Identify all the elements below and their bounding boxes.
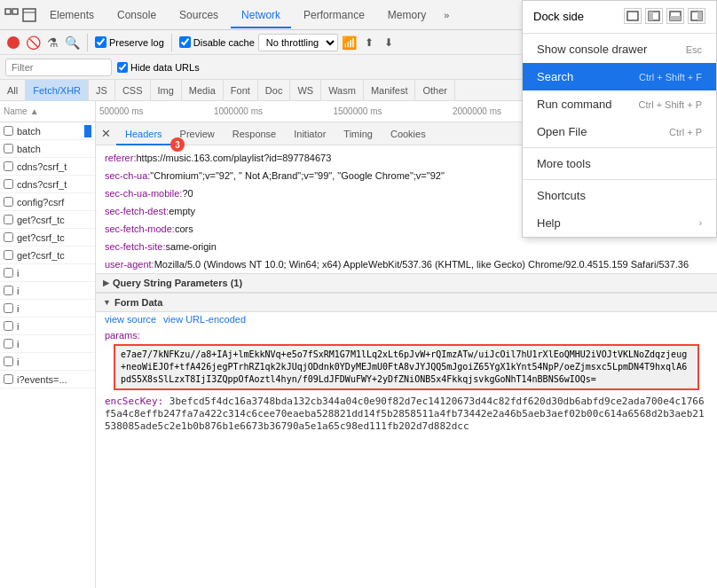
menu-help[interactable]: Help › bbox=[523, 209, 716, 237]
req-checkbox[interactable] bbox=[4, 250, 13, 260]
req-checkbox[interactable] bbox=[4, 357, 13, 366]
inspect-icon[interactable] bbox=[21, 7, 37, 23]
request-item-i-3[interactable]: i bbox=[0, 300, 95, 318]
dock-right-icon[interactable] bbox=[688, 8, 705, 24]
query-string-section[interactable]: ▶ Query String Parameters (1) bbox=[96, 273, 717, 293]
type-all[interactable]: All bbox=[0, 80, 26, 101]
record-button[interactable] bbox=[7, 36, 20, 49]
menu-more-tools[interactable]: More tools bbox=[523, 150, 716, 177]
request-item-i-2[interactable]: i bbox=[0, 282, 95, 300]
params-value: e7ae7/7kNFKzu//a8+IAj+lmEkkNVq+e5o7fSxRM… bbox=[114, 344, 699, 390]
dock-side-label: Dock side bbox=[533, 10, 584, 23]
req-checkbox[interactable] bbox=[4, 161, 13, 171]
query-string-label: Query String Parameters (1) bbox=[113, 278, 242, 288]
tab-sources[interactable]: Sources bbox=[169, 2, 229, 28]
open-file-label: Open File bbox=[537, 125, 587, 138]
request-item-get-1[interactable]: get?csrf_tc bbox=[0, 211, 95, 229]
type-js[interactable]: JS bbox=[89, 80, 115, 101]
dtab-cookies[interactable]: Cookies bbox=[382, 122, 435, 145]
request-item-i-6[interactable]: i bbox=[0, 353, 95, 371]
disable-cache-checkbox[interactable] bbox=[179, 36, 191, 48]
type-css[interactable]: CSS bbox=[115, 80, 151, 101]
request-item-cdns-2[interactable]: cdns?csrf_t bbox=[0, 176, 95, 193]
preserve-log-checkbox[interactable] bbox=[95, 36, 106, 48]
request-item-get-3[interactable]: get?csrf_tc bbox=[0, 247, 95, 264]
request-item-get-2[interactable]: get?csrf_tc bbox=[0, 229, 95, 247]
menu-show-console-drawer[interactable]: Show console drawer Esc bbox=[523, 35, 716, 63]
header-name-sec-ch-ua: sec-ch-ua: bbox=[105, 169, 150, 183]
req-checkbox[interactable] bbox=[4, 303, 13, 313]
type-doc[interactable]: Doc bbox=[258, 80, 291, 101]
svg-rect-1 bbox=[12, 9, 18, 14]
dtab-timing[interactable]: Timing bbox=[335, 122, 382, 145]
header-value-sec-ch-ua: "Chromium";v="92", " Not A;Brand";v="99"… bbox=[150, 169, 444, 183]
tab-performance[interactable]: Performance bbox=[293, 2, 375, 28]
tab-console[interactable]: Console bbox=[106, 2, 167, 28]
req-name: get?csrf_tc bbox=[17, 215, 91, 225]
req-checkbox[interactable] bbox=[4, 339, 13, 349]
request-item-config[interactable]: config?csrf bbox=[0, 193, 95, 211]
request-item-i-5[interactable]: i bbox=[0, 335, 95, 353]
view-source-link[interactable]: view source bbox=[105, 314, 156, 325]
tab-network[interactable]: Network bbox=[231, 2, 291, 28]
menu-search[interactable]: Search Ctrl + Shift + F bbox=[523, 63, 716, 90]
dtab-close[interactable]: ✕ bbox=[96, 122, 116, 145]
type-fetch-xhr[interactable]: Fetch/XHR bbox=[26, 80, 89, 101]
req-checkbox[interactable] bbox=[4, 179, 13, 189]
tab-elements[interactable]: Elements bbox=[39, 2, 105, 28]
request-item-cdns-1[interactable]: cdns?csrf_t bbox=[0, 158, 95, 176]
req-name: i?events=... bbox=[17, 374, 91, 385]
dock-undock-icon[interactable] bbox=[624, 8, 642, 24]
undock-icon[interactable] bbox=[4, 7, 20, 23]
dock-left-icon[interactable] bbox=[645, 8, 663, 24]
upload-icon[interactable]: ⬆ bbox=[361, 35, 377, 51]
req-checkbox[interactable] bbox=[4, 374, 13, 384]
req-checkbox[interactable] bbox=[4, 268, 13, 278]
dtab-response[interactable]: Response bbox=[224, 122, 286, 145]
dtab-headers[interactable]: Headers bbox=[116, 122, 171, 145]
req-checkbox[interactable] bbox=[4, 321, 13, 331]
tabs-overflow[interactable]: » bbox=[438, 10, 454, 20]
type-ws[interactable]: WS bbox=[290, 80, 321, 101]
hide-data-urls-checkbox[interactable] bbox=[117, 62, 128, 73]
type-media[interactable]: Media bbox=[182, 80, 224, 101]
disable-cache-label[interactable]: Disable cache bbox=[179, 36, 255, 48]
filter-icon[interactable]: ⚗ bbox=[44, 35, 60, 51]
req-checkbox[interactable] bbox=[4, 126, 13, 136]
menu-run-command[interactable]: Run command Ctrl + Shift + P bbox=[523, 90, 716, 118]
type-img[interactable]: Img bbox=[151, 80, 182, 101]
search-icon[interactable]: 🔍 bbox=[64, 35, 80, 51]
download-icon[interactable]: ⬇ bbox=[381, 35, 397, 51]
type-wasm[interactable]: Wasm bbox=[321, 80, 364, 101]
dock-bottom-icon[interactable] bbox=[666, 8, 684, 24]
menu-shortcuts[interactable]: Shortcuts bbox=[523, 182, 716, 209]
requests-panel: batch batch cdns?csrf_t cdns?csrf_t conf… bbox=[0, 122, 96, 588]
throttle-select[interactable]: No throttling bbox=[258, 34, 338, 51]
hide-data-urls-label[interactable]: Hide data URLs bbox=[117, 62, 200, 73]
tab-memory[interactable]: Memory bbox=[377, 2, 437, 28]
request-item-i-4[interactable]: i bbox=[0, 318, 95, 335]
request-item-batch-2[interactable]: batch bbox=[0, 140, 95, 158]
timeline-marker-1: 500000 ms bbox=[99, 106, 143, 116]
req-checkbox[interactable] bbox=[4, 286, 13, 295]
menu-open-file[interactable]: Open File Ctrl + P bbox=[523, 118, 716, 145]
req-checkbox[interactable] bbox=[4, 197, 13, 207]
req-checkbox[interactable] bbox=[4, 232, 13, 242]
header-value-sec-fetch-site: same-origin bbox=[165, 239, 216, 254]
type-manifest[interactable]: Manifest bbox=[364, 80, 416, 101]
form-data-section[interactable]: ▼ Form Data bbox=[96, 293, 717, 312]
type-font[interactable]: Font bbox=[224, 80, 258, 101]
preserve-log-label[interactable]: Preserve log bbox=[95, 36, 164, 48]
stop-recording-button[interactable]: 🚫 bbox=[25, 35, 41, 51]
view-url-encoded-link[interactable]: view URL-encoded bbox=[163, 314, 246, 325]
dtab-initiator[interactable]: Initiator bbox=[285, 122, 335, 145]
req-checkbox[interactable] bbox=[4, 144, 13, 153]
filter-input[interactable] bbox=[5, 59, 112, 76]
req-checkbox[interactable] bbox=[4, 215, 13, 224]
request-item-batch-1[interactable]: batch bbox=[0, 122, 95, 140]
request-item-i-1[interactable]: i bbox=[0, 264, 95, 282]
request-item-ievents[interactable]: i?events=... bbox=[0, 371, 95, 388]
svg-rect-0 bbox=[5, 9, 11, 14]
type-other[interactable]: Other bbox=[415, 80, 455, 101]
wifi-icon[interactable]: 📶 bbox=[342, 35, 358, 51]
